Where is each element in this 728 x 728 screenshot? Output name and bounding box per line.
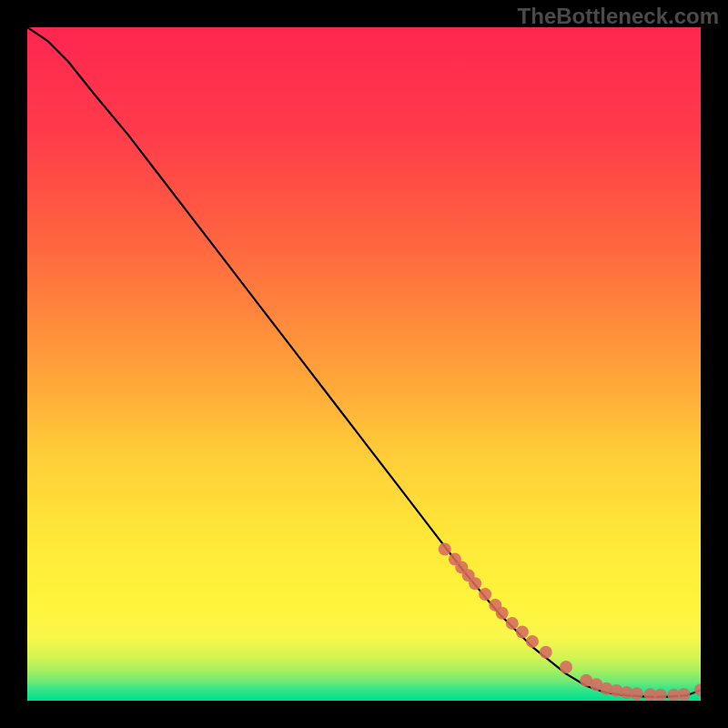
data-point	[560, 661, 572, 673]
data-point	[469, 577, 481, 590]
data-point	[654, 689, 667, 701]
data-point	[631, 687, 643, 700]
data-point	[516, 626, 529, 639]
curve-line	[27, 27, 701, 697]
data-point	[678, 688, 691, 701]
chart-plot-area	[27, 27, 701, 701]
chart-curve-layer	[27, 27, 701, 701]
data-point	[694, 683, 701, 696]
data-point	[439, 543, 451, 556]
data-point	[496, 607, 509, 620]
data-point	[479, 588, 491, 601]
data-point	[526, 635, 539, 648]
watermark-text: TheBottleneck.com	[518, 4, 719, 29]
data-point	[540, 646, 552, 659]
data-point	[506, 617, 519, 630]
